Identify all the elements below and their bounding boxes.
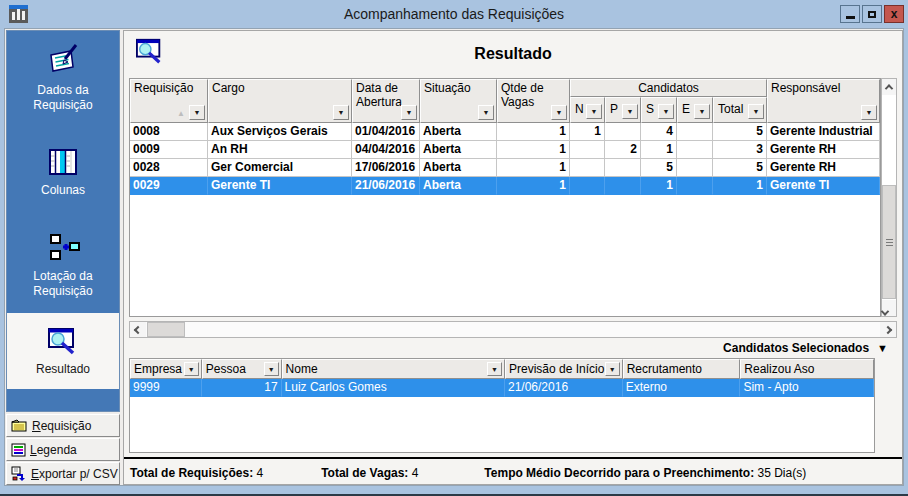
filter-dropdown-button[interactable]: ▼: [189, 105, 205, 120]
cell-p[interactable]: [605, 123, 641, 141]
cell-total[interactable]: 5: [713, 123, 767, 141]
cell-requisicao[interactable]: 0028: [130, 159, 208, 177]
cell-n[interactable]: [570, 177, 605, 195]
cell-data[interactable]: 21/06/2016: [352, 177, 420, 195]
filter-dropdown-button[interactable]: ▼: [551, 105, 567, 120]
column-header-data-abertura[interactable]: Data de Abertura ▼: [352, 79, 420, 123]
cell-e[interactable]: [677, 123, 713, 141]
cell-s[interactable]: 4: [641, 123, 677, 141]
column-header-realizou-aso[interactable]: Realizou Aso: [740, 359, 874, 379]
collapse-triangle-icon[interactable]: ▼: [877, 343, 888, 354]
filter-dropdown-button[interactable]: ▼: [264, 362, 279, 376]
cell-requisicao[interactable]: 0008: [130, 123, 208, 141]
cell-vagas[interactable]: 1: [497, 123, 570, 141]
exportar-csv-button[interactable]: Exportar p/ CSV: [6, 462, 120, 485]
table-row-selected[interactable]: 0029 Gerente TI 21/06/2016 Aberta 1 1 1 …: [130, 177, 880, 195]
scroll-right-button[interactable]: [880, 322, 896, 337]
cell-p[interactable]: 2: [605, 141, 641, 159]
cell-total[interactable]: 3: [713, 141, 767, 159]
sidebar-item-lotacao-da-requisicao[interactable]: Lotação da Requisição: [7, 219, 119, 313]
column-header-pessoa[interactable]: Pessoa ▼: [202, 359, 282, 379]
filter-dropdown-button[interactable]: ▼: [487, 362, 502, 376]
cell-cargo[interactable]: Gerente TI: [208, 177, 352, 195]
cell-pessoa[interactable]: 17: [202, 379, 282, 397]
scroll-up-button[interactable]: [882, 79, 896, 95]
scroll-left-button[interactable]: [130, 322, 146, 337]
table-row[interactable]: 0009 An RH 04/04/2016 Aberta 1 2 1 3 Ger…: [130, 141, 880, 159]
scrollbar-thumb[interactable]: [147, 322, 185, 337]
cell-situacao[interactable]: Aberta: [420, 159, 497, 177]
cell-s[interactable]: 1: [641, 141, 677, 159]
cell-n[interactable]: 1: [570, 123, 605, 141]
cell-p[interactable]: [605, 159, 641, 177]
filter-dropdown-button[interactable]: ▼: [658, 104, 674, 119]
column-header-requisicao[interactable]: Requisição ▲ ▼: [130, 79, 208, 123]
scroll-down-button[interactable]: [882, 300, 896, 316]
maximize-button[interactable]: [862, 5, 882, 23]
cell-cargo[interactable]: Aux Serviços Gerais: [208, 123, 352, 141]
cell-s[interactable]: 1: [641, 177, 677, 195]
column-header-n[interactable]: N ▼: [570, 97, 605, 123]
cell-total[interactable]: 1: [713, 177, 767, 195]
column-header-empresa[interactable]: Empresa ▼: [130, 359, 202, 379]
cell-responsavel[interactable]: Gerente TI: [767, 177, 880, 195]
filter-dropdown-button[interactable]: ▼: [401, 105, 417, 120]
table-row[interactable]: 0008 Aux Serviços Gerais 01/04/2016 Aber…: [130, 123, 880, 141]
cell-e[interactable]: [677, 141, 713, 159]
cell-situacao[interactable]: Aberta: [420, 177, 497, 195]
cell-e[interactable]: [677, 159, 713, 177]
cell-realizou-aso[interactable]: Sim - Apto: [740, 379, 874, 397]
cell-n[interactable]: [570, 159, 605, 177]
cell-previsao[interactable]: 21/06/2016: [505, 379, 623, 397]
column-header-responsavel[interactable]: Responsável ▼: [767, 79, 880, 123]
cell-n[interactable]: [570, 141, 605, 159]
cell-nome[interactable]: Luiz Carlos Gomes: [282, 379, 505, 397]
cell-total[interactable]: 5: [713, 159, 767, 177]
cell-e[interactable]: [677, 177, 713, 195]
cell-requisicao[interactable]: 0029: [130, 177, 208, 195]
table-row[interactable]: 0028 Ger Comercial 17/06/2016 Aberta 1 5…: [130, 159, 880, 177]
column-header-recrutamento[interactable]: Recrutamento: [623, 359, 741, 379]
column-header-situacao[interactable]: Situação ▼: [420, 79, 497, 123]
legenda-button[interactable]: Legenda: [6, 438, 120, 461]
table-row-selected[interactable]: 9999 17 Luiz Carlos Gomes 21/06/2016 Ext…: [130, 379, 874, 397]
filter-dropdown-button[interactable]: ▼: [861, 105, 877, 120]
cell-situacao[interactable]: Aberta: [420, 123, 497, 141]
column-header-previsao-inicio[interactable]: Previsão de Início ▼: [505, 359, 623, 379]
filter-dropdown-button[interactable]: ▼: [748, 104, 764, 119]
scrollbar-thumb[interactable]: [882, 185, 896, 299]
cell-vagas[interactable]: 1: [497, 177, 570, 195]
filter-dropdown-button[interactable]: ▼: [333, 105, 349, 120]
cell-requisicao[interactable]: 0009: [130, 141, 208, 159]
cell-recrutamento[interactable]: Externo: [623, 379, 741, 397]
cell-empresa[interactable]: 9999: [130, 379, 202, 397]
minimize-button[interactable]: [840, 5, 860, 23]
column-header-e[interactable]: E ▼: [677, 97, 713, 123]
sidebar-item-resultado[interactable]: Resultado: [7, 313, 119, 389]
cell-s[interactable]: 5: [641, 159, 677, 177]
filter-dropdown-button[interactable]: ▼: [694, 104, 710, 119]
cell-situacao[interactable]: Aberta: [420, 141, 497, 159]
cell-responsavel[interactable]: Gerente RH: [767, 141, 880, 159]
cell-responsavel[interactable]: Gerente Industrial: [767, 123, 880, 141]
cell-vagas[interactable]: 1: [497, 141, 570, 159]
filter-dropdown-button[interactable]: ▼: [478, 105, 494, 120]
filter-dropdown-button[interactable]: ▼: [622, 104, 638, 119]
column-header-nome[interactable]: Nome ▼: [282, 359, 505, 379]
filter-dropdown-button[interactable]: ▼: [605, 362, 620, 376]
column-header-s[interactable]: S ▼: [641, 97, 677, 123]
cell-data[interactable]: 01/04/2016: [352, 123, 420, 141]
cell-data[interactable]: 17/06/2016: [352, 159, 420, 177]
sidebar-item-dados-da-requisicao[interactable]: Dados da Requisição: [7, 31, 119, 125]
filter-dropdown-button[interactable]: ▼: [586, 104, 602, 119]
cell-responsavel[interactable]: Gerente RH: [767, 159, 880, 177]
horizontal-scrollbar[interactable]: [129, 321, 897, 338]
column-header-cargo[interactable]: Cargo ▼: [208, 79, 352, 123]
cell-vagas[interactable]: 1: [497, 159, 570, 177]
cell-p[interactable]: [605, 177, 641, 195]
cell-data[interactable]: 04/04/2016: [352, 141, 420, 159]
filter-dropdown-button[interactable]: ▼: [184, 362, 199, 376]
column-header-p[interactable]: P ▼: [605, 97, 641, 123]
vertical-scrollbar[interactable]: [881, 78, 897, 317]
column-header-total[interactable]: Total ▼: [713, 97, 767, 123]
